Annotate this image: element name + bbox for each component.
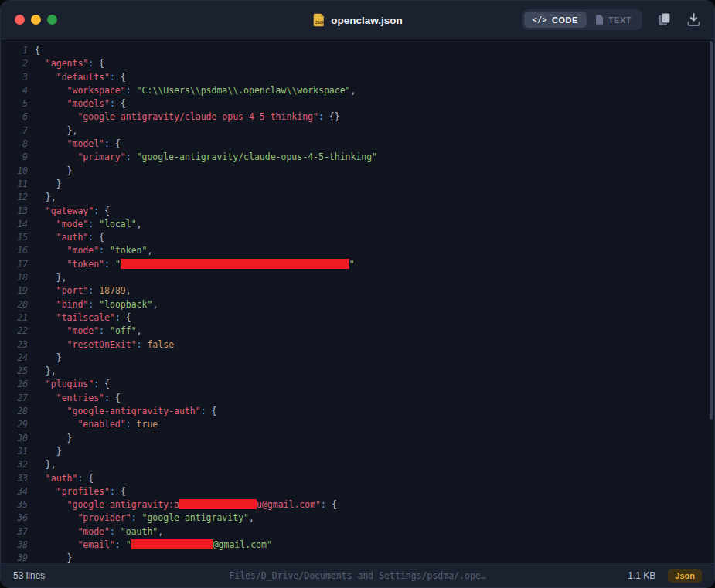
line-number: 4 bbox=[1, 84, 28, 97]
code-token: : bbox=[115, 539, 121, 550]
code-token: "google-antigravity:a bbox=[67, 499, 179, 510]
code-token: : bbox=[318, 111, 324, 122]
code-text: { bbox=[35, 44, 40, 57]
code-text: } bbox=[35, 445, 62, 458]
code-text: "auth": { bbox=[35, 231, 104, 244]
code-token: "mode" bbox=[56, 219, 89, 229]
code-token: "bind" bbox=[56, 299, 89, 310]
code-token: "model" bbox=[67, 138, 104, 149]
code-token bbox=[131, 151, 137, 162]
code-text: } bbox=[35, 178, 62, 191]
code-token bbox=[35, 486, 56, 497]
code-token bbox=[35, 58, 46, 69]
code-token: { bbox=[115, 98, 126, 109]
vertical-scrollbar[interactable] bbox=[710, 41, 713, 420]
line-number: 34 bbox=[1, 485, 28, 498]
tab-text-view[interactable]: TEXT bbox=[587, 12, 640, 28]
code-line: 10 } bbox=[1, 165, 714, 178]
code-text: "defaults": { bbox=[35, 71, 126, 84]
code-token: } bbox=[35, 352, 62, 363]
close-window-button[interactable] bbox=[15, 15, 25, 25]
code-token: : bbox=[126, 419, 131, 430]
code-token bbox=[35, 72, 56, 83]
code-token: "google-antigravity/claude-opus-4-5-thin… bbox=[137, 151, 378, 162]
code-token bbox=[121, 539, 126, 550]
code-token: "mode" bbox=[67, 245, 100, 256]
code-text: } bbox=[35, 552, 72, 563]
code-text: } bbox=[35, 352, 62, 365]
code-token: "mode" bbox=[77, 526, 110, 537]
code-text: }, bbox=[35, 458, 56, 471]
line-number: 20 bbox=[1, 298, 28, 311]
code-token: : bbox=[110, 72, 115, 83]
line-number: 17 bbox=[1, 258, 28, 271]
code-line: 12 }, bbox=[1, 191, 714, 204]
line-number: 29 bbox=[1, 418, 28, 431]
code-line: 13 "gateway": { bbox=[1, 205, 714, 218]
code-line: 23 "resetOnExit": false bbox=[1, 338, 714, 352]
code-token: : bbox=[201, 406, 206, 416]
line-number: 36 bbox=[1, 512, 28, 525]
code-text: "enabled": true bbox=[35, 418, 158, 431]
code-token bbox=[35, 98, 67, 109]
code-token: "email" bbox=[77, 539, 114, 550]
code-token: : bbox=[131, 512, 137, 523]
code-token bbox=[35, 285, 56, 296]
code-token: "auth" bbox=[46, 473, 78, 484]
code-line: 9 "primary": "google-antigravity/claude-… bbox=[1, 151, 714, 164]
download-button[interactable] bbox=[687, 13, 700, 26]
code-token: } bbox=[35, 165, 72, 176]
code-text: "email": "@gmail.com" bbox=[35, 539, 272, 552]
code-line: 31 } bbox=[1, 445, 714, 458]
code-line: 26 "plugins": { bbox=[1, 378, 714, 391]
code-line: 25 }, bbox=[1, 365, 714, 378]
redaction-bar bbox=[131, 539, 213, 549]
code-token: " bbox=[115, 259, 121, 270]
minimize-window-button[interactable] bbox=[31, 15, 41, 25]
maximize-window-button[interactable] bbox=[47, 15, 57, 25]
code-token: }, bbox=[35, 459, 56, 470]
code-token: : bbox=[126, 151, 131, 162]
line-number: 13 bbox=[1, 205, 28, 218]
code-text: "google-antigravity/claude-opus-4-5-thin… bbox=[35, 110, 340, 124]
code-token: { bbox=[110, 138, 121, 149]
code-tab-label: CODE bbox=[552, 15, 578, 25]
code-lines: 1{2 "agents": {3 "defaults": {4 "workspa… bbox=[1, 44, 714, 563]
code-token bbox=[35, 111, 77, 122]
code-token: "primary" bbox=[77, 151, 125, 162]
line-number: 6 bbox=[1, 110, 28, 124]
code-token bbox=[131, 419, 137, 430]
code-token bbox=[115, 526, 121, 537]
code-token: }, bbox=[35, 272, 67, 283]
code-line: 30 } bbox=[1, 432, 714, 445]
code-token: }, bbox=[35, 192, 56, 202]
line-number: 16 bbox=[1, 244, 28, 257]
code-token: "token" bbox=[67, 259, 104, 270]
code-line: 22 "mode": "off", bbox=[1, 325, 714, 338]
text-file-icon bbox=[595, 15, 604, 25]
title-group: JSON openclaw.json bbox=[312, 13, 403, 26]
tab-code-view[interactable]: </> CODE bbox=[524, 12, 587, 28]
line-number: 9 bbox=[1, 151, 28, 164]
code-token bbox=[35, 512, 77, 523]
code-text: "google-antigravity-auth": { bbox=[35, 405, 216, 418]
code-line: 8 "model": { bbox=[1, 138, 714, 151]
line-number: 15 bbox=[1, 231, 28, 244]
code-line: 37 "mode": "oauth", bbox=[1, 525, 714, 539]
code-text: }, bbox=[35, 124, 77, 138]
code-token: false bbox=[147, 339, 174, 350]
code-line: 28 "google-antigravity-auth": { bbox=[1, 405, 714, 418]
code-line: 38 "email": "@gmail.com" bbox=[1, 539, 714, 552]
code-text: "agents": { bbox=[35, 57, 104, 70]
code-text: }, bbox=[35, 365, 56, 378]
code-token: "mode" bbox=[67, 325, 100, 336]
line-count: 53 lines bbox=[13, 570, 45, 581]
line-number: 30 bbox=[1, 432, 28, 445]
copy-button[interactable] bbox=[658, 12, 672, 27]
code-token: { bbox=[115, 486, 126, 497]
code-token: { bbox=[110, 393, 121, 403]
code-token: , bbox=[152, 299, 158, 310]
code-token: : bbox=[104, 393, 110, 403]
code-token bbox=[35, 259, 67, 270]
status-right: 1.1 KB Json bbox=[628, 569, 702, 583]
